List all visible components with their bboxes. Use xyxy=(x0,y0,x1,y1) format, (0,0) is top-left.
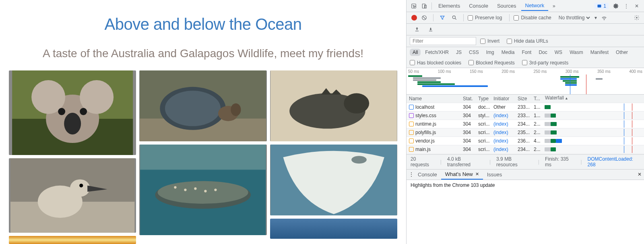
gallery-image-tortoise[interactable] xyxy=(139,70,266,141)
type-chip-all[interactable]: All xyxy=(410,49,421,56)
page-title: Above and below the Ocean xyxy=(0,15,406,33)
type-chip-manifest[interactable]: Manifest xyxy=(588,49,611,56)
search-icon[interactable] xyxy=(450,13,459,23)
tab-console[interactable]: Console xyxy=(465,1,492,10)
file-type-icon xyxy=(409,130,414,135)
status-requests: 20 requests xyxy=(411,156,435,167)
network-export-bar xyxy=(407,24,644,35)
drawer-tab-whatsnew[interactable]: What's New ✕ xyxy=(441,170,483,180)
disable-cache-checkbox[interactable]: Disable cache xyxy=(514,15,551,21)
website-viewport: Above and below the Ocean A taste of the… xyxy=(0,0,406,244)
svg-point-35 xyxy=(351,156,367,163)
svg-point-6 xyxy=(58,108,65,115)
tab-elements[interactable]: Elements xyxy=(434,1,464,10)
device-toggle-icon[interactable] xyxy=(419,1,429,11)
svg-point-25 xyxy=(184,188,187,191)
network-settings-icon[interactable] xyxy=(632,13,642,23)
type-chip-font[interactable]: Font xyxy=(519,49,534,56)
gallery-image-whale-shark[interactable] xyxy=(139,145,266,235)
type-chip-doc[interactable]: Doc xyxy=(536,49,550,56)
type-chip-fetchxhr[interactable]: Fetch/XHR xyxy=(422,49,452,56)
gallery-image-sunset[interactable] xyxy=(9,236,136,244)
drawer-body: Highlights from the Chrome 103 update xyxy=(407,180,644,244)
network-row[interactable]: localhost304doc...Other233...1... xyxy=(407,103,644,112)
drawer-tab-console[interactable]: Console xyxy=(414,170,441,179)
type-chip-img[interactable]: Img xyxy=(483,49,497,56)
network-filter-row: Invert Hide data URLs xyxy=(407,35,644,47)
gallery-image-bird[interactable] xyxy=(9,158,136,233)
svg-point-11 xyxy=(70,179,90,196)
kebab-icon[interactable]: ⋮ xyxy=(621,1,631,11)
gallery-image-iguana[interactable] xyxy=(270,70,397,141)
invert-checkbox[interactable]: Invert xyxy=(480,38,500,44)
inspect-icon[interactable] xyxy=(409,1,419,11)
status-transferred: 4.0 kB transferred xyxy=(447,156,484,167)
svg-point-44 xyxy=(636,17,638,19)
svg-point-42 xyxy=(452,16,455,19)
svg-point-28 xyxy=(215,188,217,191)
status-finish: Finish: 335 ms xyxy=(545,156,575,167)
gallery-image-manta[interactable] xyxy=(270,145,397,215)
network-row[interactable]: main.js304scri...(index)234...2... xyxy=(407,145,644,154)
network-row[interactable]: runtime.js304scri...(index)234...2... xyxy=(407,120,644,128)
type-chip-other[interactable]: Other xyxy=(613,49,631,56)
network-conditions-icon[interactable] xyxy=(599,13,609,23)
upload-har-icon[interactable] xyxy=(412,25,422,34)
drawer-tab-issues[interactable]: Issues xyxy=(483,170,506,179)
issues-badge[interactable]: 1 xyxy=(594,3,609,9)
svg-rect-37 xyxy=(422,4,425,8)
hide-data-urls-checkbox[interactable]: Hide data URLs xyxy=(507,38,548,44)
file-type-icon xyxy=(409,147,414,152)
type-chip-ws[interactable]: WS xyxy=(552,49,565,56)
preserve-log-checkbox[interactable]: Preserve log xyxy=(468,15,502,21)
gallery-image-ocean[interactable] xyxy=(270,219,397,239)
devtools-tab-bar: Elements Console Sources Network » 1 ⋮ ✕ xyxy=(407,0,644,12)
page-subtitle: A taste of the Australia and Galapagos W… xyxy=(0,47,406,60)
svg-rect-45 xyxy=(415,31,419,31)
svg-point-17 xyxy=(165,91,221,126)
network-table: Name Stat. Type Initiator Size T... Wate… xyxy=(407,95,644,155)
svg-point-7 xyxy=(80,108,87,115)
filter-icon[interactable] xyxy=(438,13,447,23)
blocked-requests-checkbox[interactable]: Blocked Requests xyxy=(469,60,515,66)
svg-point-19 xyxy=(231,103,241,116)
type-chip-wasm[interactable]: Wasm xyxy=(567,49,586,56)
network-table-header[interactable]: Name Stat. Type Initiator Size T... Wate… xyxy=(407,95,644,103)
network-row[interactable]: vendor.js304scri...(index)236...4... xyxy=(407,137,644,145)
tab-network[interactable]: Network xyxy=(521,1,549,11)
download-har-icon[interactable] xyxy=(426,25,436,34)
filter-input[interactable] xyxy=(410,37,476,45)
has-blocked-cookies-checkbox[interactable]: Has blocked cookies xyxy=(410,60,461,66)
file-type-icon xyxy=(409,105,414,110)
close-tab-icon[interactable]: ✕ xyxy=(475,172,479,177)
type-chip-css[interactable]: CSS xyxy=(466,49,482,56)
svg-point-31 xyxy=(344,93,369,114)
network-row[interactable]: polyfills.js304scri...(index)235...2... xyxy=(407,128,644,137)
svg-point-5 xyxy=(64,113,81,134)
close-devtools-icon[interactable]: ✕ xyxy=(632,1,642,11)
close-drawer-icon[interactable]: ✕ xyxy=(638,172,642,177)
throttling-select[interactable]: No throttling xyxy=(557,14,591,21)
drawer-kebab-icon[interactable]: ⋮ xyxy=(409,172,414,177)
timeline-overview[interactable]: 50 ms100 ms150 ms200 ms250 ms300 ms350 m… xyxy=(407,68,644,95)
gallery-image-koala[interactable] xyxy=(9,70,136,155)
svg-rect-38 xyxy=(425,5,427,8)
network-row[interactable]: styles.css304styl...(index)233...1... xyxy=(407,112,644,120)
clear-icon[interactable] xyxy=(419,13,429,23)
type-chip-js[interactable]: JS xyxy=(453,49,464,56)
more-tabs-icon[interactable]: » xyxy=(549,1,559,11)
file-type-icon xyxy=(409,139,414,143)
third-party-checkbox[interactable]: 3rd-party requests xyxy=(522,60,568,66)
svg-point-23 xyxy=(158,181,248,204)
svg-rect-21 xyxy=(140,145,266,170)
type-chip-media[interactable]: Media xyxy=(499,49,518,56)
svg-point-24 xyxy=(174,186,177,188)
record-button[interactable] xyxy=(411,15,417,21)
image-gallery xyxy=(0,70,406,244)
settings-icon[interactable] xyxy=(611,1,621,11)
drawer-tab-bar: ⋮ Console What's New ✕ Issues ✕ xyxy=(407,170,644,180)
svg-point-43 xyxy=(604,19,604,20)
svg-rect-39 xyxy=(598,4,601,7)
issues-count: 1 xyxy=(603,3,606,9)
tab-sources[interactable]: Sources xyxy=(493,1,520,10)
